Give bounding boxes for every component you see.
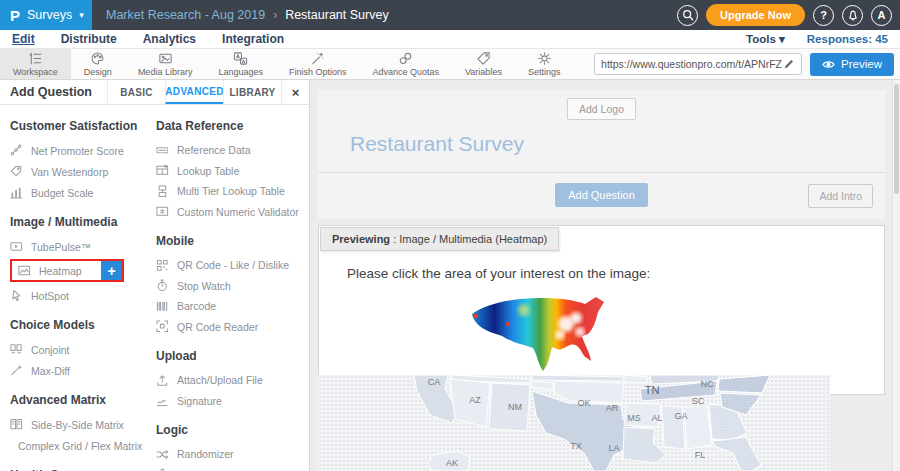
question-type-multi-tier-lookup[interactable]: Multi Tier Lookup Table	[156, 181, 309, 202]
tab-basic[interactable]: BASIC	[107, 80, 165, 104]
tab-advanced[interactable]: ADVANCED	[165, 80, 223, 104]
state-label-ga: GA	[674, 411, 687, 421]
toolbar-finish-options[interactable]: Finish Options	[276, 49, 360, 79]
question-type-hotspot[interactable]: HotSpot	[10, 285, 142, 306]
video-icon	[10, 240, 23, 253]
toolbar-design[interactable]: Design	[71, 49, 125, 79]
question-type-signature[interactable]: Signature	[156, 391, 309, 412]
question-type-stop-watch[interactable]: Stop Watch	[156, 276, 309, 297]
question-type-net-promoter-score[interactable]: Net Promoter Score	[10, 140, 142, 161]
question-type-lookup-table[interactable]: Lookup Table	[156, 161, 309, 182]
advance-quotas-links-icon	[398, 51, 413, 66]
reference-data-icon	[156, 144, 169, 157]
help-button[interactable]: ?	[813, 5, 834, 26]
edit-toolbar: Workspace Design Media Library Languages…	[0, 49, 900, 80]
question-preview-card: Previewing : Image / Multimedia (Heatmap…	[318, 225, 885, 395]
side-by-side-matrix-icon	[10, 418, 23, 431]
tab-library[interactable]: LIBRARY	[223, 80, 281, 104]
add-heatmap-question-button[interactable]: +	[101, 261, 122, 280]
toolbar-settings[interactable]: Settings	[515, 49, 574, 79]
search-button[interactable]	[677, 5, 698, 26]
toolbar-media-library[interactable]: Media Library	[125, 49, 206, 79]
main-scrollbar[interactable]	[892, 80, 900, 471]
state-label-la: LA	[608, 443, 619, 453]
state-label-ar: AR	[606, 403, 619, 413]
group-customer-satisfaction: Customer Satisfaction Net Promoter Score…	[10, 119, 142, 203]
question-type-complex-grid[interactable]: Complex Grid / Flex Matrix	[10, 435, 142, 456]
eye-icon	[822, 59, 835, 70]
group-image-multimedia: Image / Multimedia TubePulse™ Heatmap +	[10, 215, 142, 306]
close-panel-button[interactable]: ×	[281, 80, 309, 104]
preview-button[interactable]: Preview	[810, 53, 894, 76]
question-types-col2: Data Reference Reference Data Lookup Tab…	[142, 105, 309, 471]
tab-distribute[interactable]: Distribute	[61, 32, 117, 46]
tab-edit[interactable]: Edit	[12, 32, 35, 46]
toolbar-languages[interactable]: Languages	[205, 49, 276, 79]
tools-dropdown[interactable]: Tools ▾	[746, 32, 785, 46]
state-label-fl: FL	[695, 450, 706, 460]
question-type-barcode[interactable]: Barcode	[156, 296, 309, 317]
survey-url-input[interactable]	[601, 58, 783, 70]
toolbar-variables[interactable]: Variables	[452, 49, 515, 79]
tab-analytics[interactable]: Analytics	[143, 32, 196, 46]
maxdiff-wand-icon	[10, 364, 23, 377]
edit-url-pencil-icon[interactable]	[783, 58, 795, 70]
notifications-button[interactable]	[842, 5, 863, 26]
questionpro-logo: P	[10, 7, 20, 24]
barcode-icon	[156, 300, 169, 313]
state-label-nm: NM	[508, 402, 522, 412]
tab-integration[interactable]: Integration	[222, 32, 284, 46]
upgrade-now-button[interactable]: Upgrade Now	[706, 4, 805, 26]
toolbar-advance-quotas[interactable]: Advance Quotas	[359, 49, 452, 79]
toolbar-workspace[interactable]: Workspace	[0, 49, 71, 79]
question-type-custom-logic-engine[interactable]: Custom Logic Engine	[156, 465, 309, 471]
add-question-header: Add Question BASIC ADVANCED LIBRARY ×	[0, 80, 309, 105]
survey-header-section: Add Logo Restaurant Survey Add Question …	[318, 90, 885, 219]
heatmap-image[interactable]	[464, 290, 616, 376]
heatmap-icon	[18, 264, 31, 277]
heatmap-highlight-box: Heatmap +	[10, 259, 124, 282]
question-type-budget-scale[interactable]: Budget Scale	[10, 182, 142, 203]
question-type-randomizer[interactable]: Randomizer	[156, 444, 309, 465]
question-type-side-by-side-matrix[interactable]: Side-By-Side Matrix	[10, 414, 142, 435]
search-icon	[682, 9, 694, 21]
chevron-down-icon: ▾	[79, 10, 84, 20]
media-library-icon	[158, 51, 173, 66]
question-type-van-westendorp[interactable]: Van Westendorp	[10, 161, 142, 182]
question-type-conjoint[interactable]: Conjoint	[10, 339, 142, 360]
question-type-qr-code-reader[interactable]: QR Code Reader	[156, 317, 309, 338]
question-type-tubepulse[interactable]: TubePulse™	[10, 236, 142, 257]
us-states-map[interactable]: CA AZ NM OK AR TN NC SC MS AL GA TX LA F…	[318, 375, 830, 471]
group-mobile: Mobile QR Code - Like / Dislike Stop Wat…	[156, 234, 309, 337]
app-logo-surveys-menu[interactable]: P Surveys ▾	[0, 0, 92, 30]
question-type-attach-upload-file[interactable]: Attach/Upload File	[156, 370, 309, 391]
survey-title[interactable]: Restaurant Survey	[350, 132, 524, 155]
add-intro-button[interactable]: Add Intro	[808, 184, 873, 208]
question-types-col1: Customer Satisfaction Net Promoter Score…	[0, 105, 142, 471]
responses-count[interactable]: Responses: 45	[807, 33, 888, 45]
question-type-max-diff[interactable]: Max-Diff	[10, 360, 142, 381]
survey-editor-canvas: Add Logo Restaurant Survey Add Question …	[310, 80, 900, 471]
group-choice-models: Choice Models Conjoint Max-Diff	[10, 318, 142, 381]
qr-reader-icon	[156, 320, 169, 333]
question-type-heatmap[interactable]: Heatmap	[12, 261, 101, 280]
previewing-tab: Previewing : Image / Multimedia (Heatmap…	[320, 227, 559, 251]
settings-gear-icon	[537, 51, 552, 66]
breadcrumb-parent-link[interactable]: Market Research - Aug 2019	[106, 8, 265, 22]
survey-url-group	[594, 53, 802, 75]
add-question-button[interactable]: Add Question	[555, 183, 648, 207]
breadcrumb-current: Restaurant Survey	[285, 8, 389, 22]
scrollbar-thumb[interactable]	[894, 84, 899, 194]
state-label-ca: CA	[428, 377, 441, 387]
question-type-custom-numeric-validator[interactable]: Custom Numeric Validator	[156, 202, 309, 223]
hotspot-cursor-icon	[10, 289, 23, 302]
bar-chart-icon	[10, 186, 23, 199]
account-avatar[interactable]: A	[871, 5, 892, 26]
question-type-qr-like-dislike[interactable]: QR Code - Like / Dislike	[156, 255, 309, 276]
state-label-ok: OK	[577, 398, 590, 408]
toolbar-right: Preview	[594, 49, 900, 79]
add-logo-button[interactable]: Add Logo	[567, 98, 636, 120]
question-type-reference-data[interactable]: Reference Data	[156, 140, 309, 161]
lookup-table-icon	[156, 164, 169, 177]
group-data-reference: Data Reference Reference Data Lookup Tab…	[156, 119, 309, 222]
